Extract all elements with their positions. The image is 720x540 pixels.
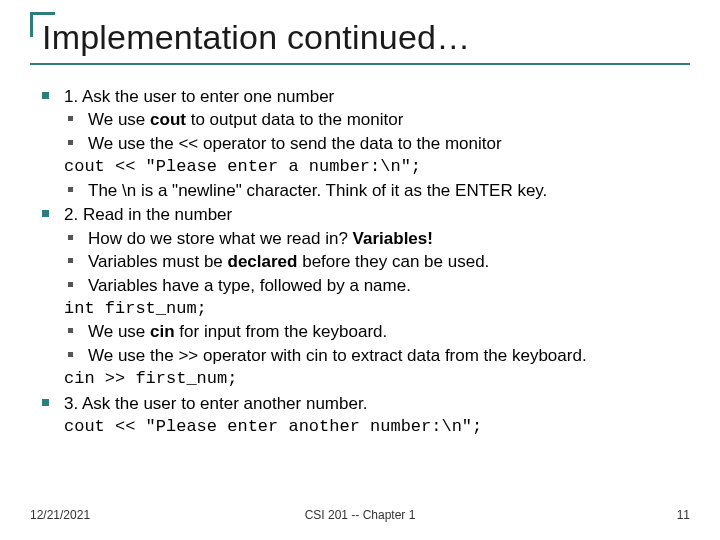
corner-decoration bbox=[30, 12, 55, 37]
slide-title: Implementation continued… bbox=[30, 12, 690, 65]
bullet-3: 3. Ask the user to enter another number. bbox=[36, 393, 708, 415]
bullet-2-text: 2. Read in the number bbox=[64, 205, 232, 224]
bullet-2d-post: for input from the keyboard. bbox=[175, 322, 388, 341]
small-bullet-icon bbox=[68, 187, 73, 192]
bullet-2b-bold: declared bbox=[228, 252, 298, 271]
bullet-2e-text: We use the >> operator with cin to extra… bbox=[88, 346, 587, 365]
bullet-2a-bold: Variables! bbox=[353, 229, 433, 248]
footer-page: 11 bbox=[677, 508, 690, 522]
bullet-1a-post: to output data to the monitor bbox=[186, 110, 403, 129]
small-bullet-icon bbox=[68, 258, 73, 263]
bullet-1c: The \n is a "newline" character. Think o… bbox=[36, 180, 708, 202]
bullet-2d-bold: cin bbox=[150, 322, 175, 341]
slide-body: 1. Ask the user to enter one number We u… bbox=[36, 84, 708, 439]
footer-center: CSI 201 -- Chapter 1 bbox=[0, 508, 720, 522]
bullet-1b: We use the << operator to send the data … bbox=[36, 133, 708, 155]
square-bullet-icon bbox=[42, 399, 49, 406]
bullet-3-text: 3. Ask the user to enter another number. bbox=[64, 394, 367, 413]
slide: Implementation continued… 1. Ask the use… bbox=[0, 0, 720, 540]
bullet-2a: How do we store what we read in? Variabl… bbox=[36, 228, 708, 250]
bullet-2d: We use cin for input from the keyboard. bbox=[36, 321, 708, 343]
bullet-2b: Variables must be declared before they c… bbox=[36, 251, 708, 273]
code-line-3: cin >> first_num; bbox=[36, 368, 708, 390]
small-bullet-icon bbox=[68, 352, 73, 357]
small-bullet-icon bbox=[68, 140, 73, 145]
bullet-2d-pre: We use bbox=[88, 322, 150, 341]
bullet-1a: We use cout to output data to the monito… bbox=[36, 109, 708, 131]
code-line-4: cout << "Please enter another number:\n"… bbox=[36, 416, 708, 438]
small-bullet-icon bbox=[68, 235, 73, 240]
code-line-2: int first_num; bbox=[36, 298, 708, 320]
square-bullet-icon bbox=[42, 92, 49, 99]
title-area: Implementation continued… bbox=[30, 12, 690, 65]
bullet-2a-pre: How do we store what we read in? bbox=[88, 229, 353, 248]
bullet-2c-text: Variables have a type, followed by a nam… bbox=[88, 276, 411, 295]
bullet-1: 1. Ask the user to enter one number bbox=[36, 86, 708, 108]
bullet-1a-pre: We use bbox=[88, 110, 150, 129]
bullet-1b-text: We use the << operator to send the data … bbox=[88, 134, 502, 153]
code-line-1: cout << "Please enter a number:\n"; bbox=[36, 156, 708, 178]
bullet-1-text: 1. Ask the user to enter one number bbox=[64, 87, 334, 106]
footer: 12/21/2021 CSI 201 -- Chapter 1 11 bbox=[0, 508, 720, 526]
bullet-2e: We use the >> operator with cin to extra… bbox=[36, 345, 708, 367]
small-bullet-icon bbox=[68, 328, 73, 333]
bullet-2b-post: before they can be used. bbox=[297, 252, 489, 271]
square-bullet-icon bbox=[42, 210, 49, 217]
bullet-1c-text: The \n is a "newline" character. Think o… bbox=[88, 181, 547, 200]
bullet-2b-pre: Variables must be bbox=[88, 252, 228, 271]
small-bullet-icon bbox=[68, 282, 73, 287]
bullet-2: 2. Read in the number bbox=[36, 204, 708, 226]
bullet-1a-bold: cout bbox=[150, 110, 186, 129]
bullet-2c: Variables have a type, followed by a nam… bbox=[36, 275, 708, 297]
small-bullet-icon bbox=[68, 116, 73, 121]
